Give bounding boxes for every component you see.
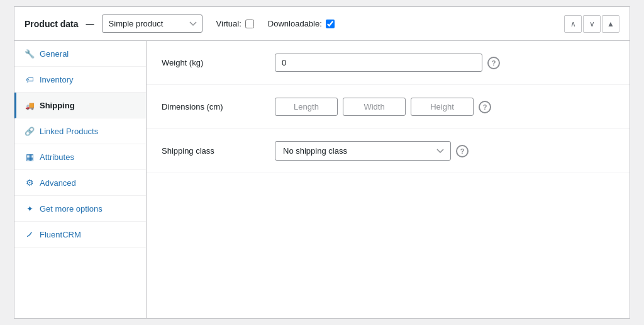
dimensions-label: Dimensions (cm) — [162, 102, 275, 111]
sidebar-item-advanced-label: Advanced — [40, 178, 76, 188]
length-input[interactable] — [275, 98, 338, 116]
arrow-expand-button[interactable]: ▲ — [602, 15, 619, 33]
sidebar-item-shipping-label: Shipping — [40, 101, 75, 110]
arrow-down-button[interactable]: ∨ — [583, 15, 601, 33]
virtual-label: Virtual: — [216, 19, 242, 28]
arrow-up-button[interactable]: ∧ — [564, 15, 582, 33]
star-icon — [25, 203, 35, 214]
sidebar-item-attributes-label: Attributes — [40, 152, 74, 162]
product-type-select[interactable]: Simple product — [102, 14, 203, 33]
downloadable-group: Downloadable: — [268, 19, 335, 28]
gear-icon — [25, 178, 35, 188]
dimensions-row: Dimensions (cm) ? — [147, 85, 630, 129]
shipping-class-help-icon[interactable]: ? — [456, 145, 469, 157]
chevron-down-icon: ∨ — [589, 20, 595, 28]
sidebar-item-general[interactable]: General — [14, 41, 146, 67]
shipping-class-fields: No shipping class ? — [275, 141, 614, 161]
nav-arrows: ∧ ∨ ▲ — [564, 15, 619, 33]
panel-header: Product data — Simple product Virtual: D… — [14, 7, 630, 41]
sidebar-item-inventory-label: Inventory — [40, 75, 73, 84]
shipping-class-row: Shipping class No shipping class ? — [147, 129, 630, 173]
sidebar-item-get-more-options[interactable]: Get more options — [14, 196, 146, 222]
sidebar-item-attributes[interactable]: Attributes — [14, 144, 146, 170]
sidebar-item-advanced[interactable]: Advanced — [14, 170, 146, 196]
shipping-class-label: Shipping class — [162, 146, 275, 156]
weight-fields: ? — [275, 54, 614, 72]
panel-body: General Inventory Shipping Linked Produc… — [14, 41, 630, 318]
truck-icon — [25, 100, 35, 110]
dimensions-fields: ? — [275, 98, 614, 116]
wrench-icon — [25, 48, 35, 59]
dimensions-help-icon[interactable]: ? — [479, 101, 491, 113]
height-input[interactable] — [411, 98, 474, 116]
sidebar-item-linked-products-label: Linked Products — [40, 127, 98, 136]
expand-icon: ▲ — [607, 20, 614, 28]
virtual-checkbox[interactable] — [245, 20, 254, 28]
sidebar-item-general-label: General — [40, 49, 69, 59]
shipping-class-select[interactable]: No shipping class — [275, 141, 451, 161]
sidebar-item-get-more-options-label: Get more options — [40, 204, 103, 214]
virtual-group: Virtual: — [216, 19, 254, 28]
weight-help-icon[interactable]: ? — [487, 57, 500, 69]
sidebar: General Inventory Shipping Linked Produc… — [14, 41, 147, 318]
dash-separator: — — [86, 19, 94, 28]
panel-title: Product data — [25, 19, 79, 29]
downloadable-checkbox[interactable] — [326, 20, 335, 28]
content-area: Weight (kg) ? Dimensions (cm) ? Shipping — [147, 41, 630, 318]
link-icon — [25, 126, 35, 136]
weight-input[interactable] — [275, 54, 482, 72]
sidebar-item-inventory[interactable]: Inventory — [14, 67, 146, 93]
downloadable-label: Downloadable: — [268, 19, 322, 28]
sidebar-item-fluentcrm-label: FluentCRM — [40, 230, 81, 239]
tag-icon — [25, 74, 35, 84]
chevron-up-icon: ∧ — [570, 20, 576, 28]
grid-icon — [25, 152, 35, 162]
weight-label: Weight (kg) — [162, 58, 275, 67]
width-input[interactable] — [343, 98, 406, 116]
sidebar-item-linked-products[interactable]: Linked Products — [14, 118, 146, 144]
product-data-panel: Product data — Simple product Virtual: D… — [14, 6, 630, 319]
sidebar-item-fluentcrm[interactable]: FluentCRM — [14, 222, 146, 248]
fluent-icon — [25, 229, 35, 239]
weight-row: Weight (kg) ? — [147, 41, 630, 85]
sidebar-item-shipping[interactable]: Shipping — [14, 93, 146, 118]
